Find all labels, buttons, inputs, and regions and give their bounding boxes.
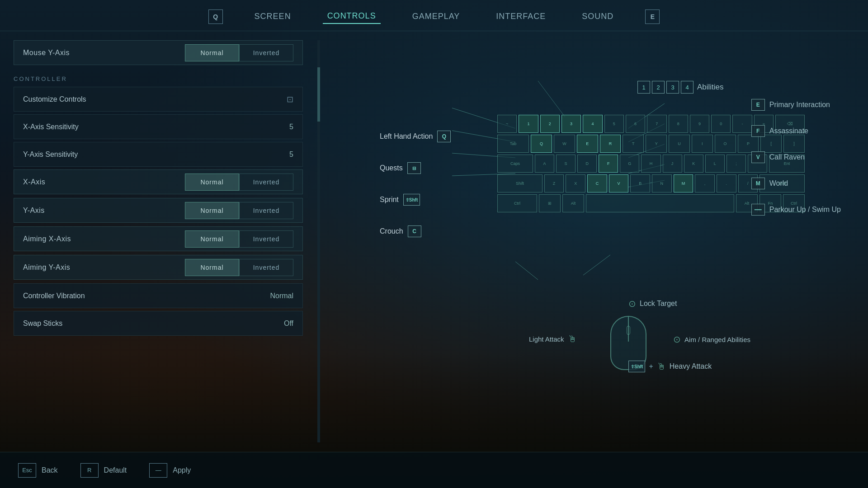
x-axis-normal[interactable]: Normal bbox=[185, 174, 239, 191]
scrollbar-thumb[interactable] bbox=[317, 67, 320, 122]
y-axis-inverted[interactable]: Inverted bbox=[239, 202, 293, 219]
y-axis-toggle: Normal Inverted bbox=[185, 202, 293, 219]
lock-target-row: ⊙ Lock Target bbox=[628, 298, 677, 309]
x-axis-sensitivity-value: 5 bbox=[289, 123, 293, 131]
mouse-scroll bbox=[627, 326, 630, 335]
left-panel: Mouse Y-Axis Normal Inverted CONTROLLER … bbox=[0, 40, 316, 442]
nav-interface[interactable]: Interface bbox=[491, 9, 550, 23]
left-hand-action-row: Left Hand Action Q bbox=[380, 131, 451, 142]
kb-a: A bbox=[535, 155, 554, 173]
mouse-y-axis-normal[interactable]: Normal bbox=[185, 44, 239, 61]
crouch-key: C bbox=[408, 225, 421, 237]
kb-ctrl: Ctrl bbox=[497, 194, 537, 212]
kb-v: V bbox=[609, 174, 629, 192]
kb-w: W bbox=[554, 135, 575, 153]
customize-controls-row[interactable]: Customize Controls ⊡ bbox=[14, 87, 303, 112]
y-axis-normal[interactable]: Normal bbox=[185, 202, 239, 219]
svg-line-10 bbox=[515, 262, 538, 280]
kb-6: 6 bbox=[626, 115, 645, 133]
aiming-y-axis-label: Aiming Y-Axis bbox=[23, 263, 185, 272]
call-raven-text: Call Raven bbox=[769, 153, 805, 161]
x-axis-sensitivity-label: X-Axis Sensitivity bbox=[23, 123, 289, 131]
swap-sticks-value: Off bbox=[284, 319, 293, 328]
svg-line-11 bbox=[583, 255, 610, 275]
svg-line-9 bbox=[538, 81, 565, 117]
kb-q: Q bbox=[531, 135, 552, 153]
mouse-y-axis-row: Mouse Y-Axis Normal Inverted bbox=[14, 40, 303, 65]
aim-ranged-text: Aim / Ranged Abilities bbox=[684, 336, 750, 343]
nav-controls[interactable]: Controls bbox=[323, 9, 381, 24]
kb-e: E bbox=[577, 135, 598, 153]
mouse-y-axis-inverted[interactable]: Inverted bbox=[239, 44, 293, 61]
aiming-y-axis-inverted[interactable]: Inverted bbox=[239, 259, 293, 276]
x-axis-label: X-Axis bbox=[23, 178, 185, 186]
parkour-key: — bbox=[751, 204, 765, 216]
abilities-row: 1 2 3 4 Abilities bbox=[637, 81, 841, 94]
light-attack-text: Light Attack bbox=[529, 335, 564, 343]
primary-interaction-row: E Primary Interaction bbox=[751, 99, 841, 111]
aiming-x-axis-row: Aiming X-Axis Normal Inverted bbox=[14, 226, 303, 251]
nav-screen[interactable]: Screen bbox=[250, 9, 296, 23]
aiming-y-axis-toggle: Normal Inverted bbox=[185, 259, 293, 276]
right-panel: 1 2 3 4 Abilities ~ 1 2 3 4 5 6 7 bbox=[321, 40, 868, 442]
kb-comma: , bbox=[695, 174, 715, 192]
world-text: World bbox=[769, 179, 788, 188]
aiming-y-axis-normal[interactable]: Normal bbox=[185, 259, 239, 276]
kb-j: J bbox=[663, 155, 682, 173]
top-navigation: Q Screen Controls Gameplay Interface Sou… bbox=[0, 0, 868, 31]
parkour-text: Parkour Up / Swim Up bbox=[769, 206, 841, 214]
x-axis-row: X-Axis Normal Inverted bbox=[14, 169, 303, 194]
world-key: M bbox=[751, 178, 765, 189]
kb-g: G bbox=[620, 155, 639, 173]
back-label: Back bbox=[42, 466, 58, 474]
y-axis-row: Y-Axis Normal Inverted bbox=[14, 198, 303, 223]
kb-h: H bbox=[641, 155, 660, 173]
kb-m: M bbox=[674, 174, 693, 192]
y-axis-sensitivity-row[interactable]: Y-Axis Sensitivity 5 bbox=[14, 142, 303, 167]
x-axis-inverted[interactable]: Inverted bbox=[239, 174, 293, 191]
x-axis-toggle: Normal Inverted bbox=[185, 174, 293, 191]
nav-gameplay[interactable]: Gameplay bbox=[408, 9, 465, 23]
back-key: Esc bbox=[18, 463, 36, 478]
mouse-y-axis-toggle: Normal Inverted bbox=[185, 44, 293, 61]
sprint-text: Sprint bbox=[380, 196, 399, 204]
crouch-text: Crouch bbox=[380, 227, 403, 235]
kb-2: 2 bbox=[540, 115, 560, 133]
bottom-bar: Esc Back R Default — Apply bbox=[0, 452, 868, 488]
back-action[interactable]: Esc Back bbox=[18, 463, 58, 478]
left-hand-action-key: Q bbox=[437, 131, 451, 142]
kb-b: B bbox=[630, 174, 650, 192]
kb-u: U bbox=[669, 135, 690, 153]
controller-vibration-row[interactable]: Controller Vibration Normal bbox=[14, 283, 303, 308]
kb-capslock: Caps bbox=[497, 155, 533, 173]
kb-y: Y bbox=[646, 135, 667, 153]
kb-3: 3 bbox=[561, 115, 581, 133]
heavy-attack-text: Heavy Attack bbox=[670, 362, 712, 371]
nav-left-key: Q bbox=[208, 9, 223, 24]
kb-f: F bbox=[599, 155, 618, 173]
heavy-attack-row: ⇧Shft + 🖱 Heavy Attack bbox=[628, 361, 712, 372]
apply-action[interactable]: — Apply bbox=[149, 463, 191, 478]
aiming-x-axis-toggle: Normal Inverted bbox=[185, 230, 293, 248]
controller-section-header: CONTROLLER bbox=[14, 69, 303, 87]
num-badges: 1 2 3 4 bbox=[637, 81, 693, 94]
aiming-x-axis-normal[interactable]: Normal bbox=[185, 230, 239, 248]
kb-k: K bbox=[684, 155, 703, 173]
crouch-row: Crouch C bbox=[380, 225, 451, 237]
default-action[interactable]: R Default bbox=[80, 463, 127, 478]
nav-sound[interactable]: Sound bbox=[577, 9, 618, 23]
controller-vibration-value: Normal bbox=[270, 292, 293, 300]
left-hand-action-text: Left Hand Action bbox=[380, 132, 433, 141]
y-axis-sensitivity-label: Y-Axis Sensitivity bbox=[23, 150, 289, 159]
nav-right-key: E bbox=[645, 9, 660, 24]
call-raven-row: V Call Raven bbox=[751, 151, 841, 163]
kb-win: ⊞ bbox=[539, 194, 561, 212]
aiming-x-axis-inverted[interactable]: Inverted bbox=[239, 230, 293, 248]
quests-key: ⊟ bbox=[407, 162, 421, 174]
key-3: 3 bbox=[666, 81, 679, 94]
controller-vibration-label: Controller Vibration bbox=[23, 292, 270, 300]
key-4: 4 bbox=[681, 81, 693, 94]
swap-sticks-row[interactable]: Swap Sticks Off bbox=[14, 311, 303, 336]
sprint-row: Sprint ⇧Shft bbox=[380, 194, 451, 206]
x-axis-sensitivity-row[interactable]: X-Axis Sensitivity 5 bbox=[14, 114, 303, 139]
